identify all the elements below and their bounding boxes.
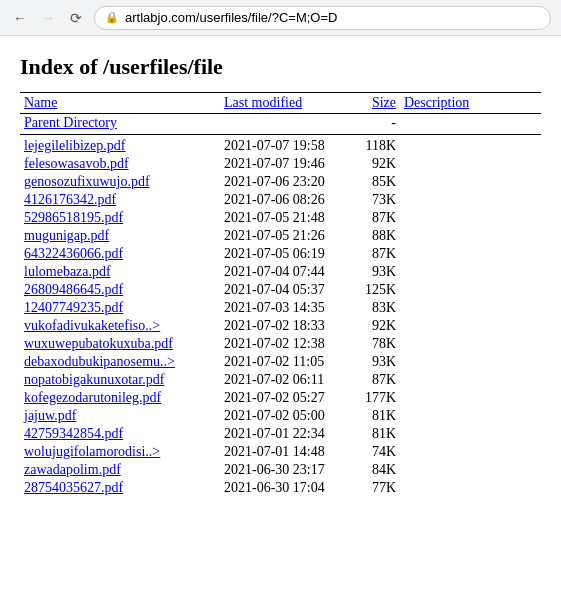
file-desc bbox=[400, 137, 541, 155]
table-row: 26809486645.pdf2021-07-04 05:37125K bbox=[20, 281, 541, 299]
file-modified: 2021-07-02 12:38 bbox=[220, 335, 350, 353]
back-button[interactable]: ← bbox=[10, 8, 30, 28]
file-link[interactable]: debaxodubukipanosemu..> bbox=[24, 354, 175, 369]
file-link[interactable]: felesowasavob.pdf bbox=[24, 156, 129, 171]
file-size: 73K bbox=[350, 191, 400, 209]
file-link[interactable]: 64322436066.pdf bbox=[24, 246, 123, 261]
file-link[interactable]: 28754035627.pdf bbox=[24, 480, 123, 495]
file-modified: 2021-07-04 07:44 bbox=[220, 263, 350, 281]
file-desc bbox=[400, 389, 541, 407]
file-modified: 2021-07-05 06:19 bbox=[220, 245, 350, 263]
table-row: mugunigap.pdf2021-07-05 21:2688K bbox=[20, 227, 541, 245]
file-size: 88K bbox=[350, 227, 400, 245]
file-modified: 2021-07-02 05:27 bbox=[220, 389, 350, 407]
table-row: vukofadivukaketefiso..>2021-07-02 18:339… bbox=[20, 317, 541, 335]
file-desc bbox=[400, 155, 541, 173]
file-link[interactable]: lulomebaza.pdf bbox=[24, 264, 111, 279]
file-size: 92K bbox=[350, 155, 400, 173]
file-link[interactable]: lejegilelibizep.pdf bbox=[24, 138, 125, 153]
file-modified: 2021-07-05 21:26 bbox=[220, 227, 350, 245]
file-link[interactable]: vukofadivukaketefiso..> bbox=[24, 318, 160, 333]
file-modified: 2021-06-30 17:04 bbox=[220, 479, 350, 497]
col-name-link[interactable]: Name bbox=[24, 95, 57, 110]
file-size: 81K bbox=[350, 407, 400, 425]
file-size: 78K bbox=[350, 335, 400, 353]
file-size: 81K bbox=[350, 425, 400, 443]
file-size: 93K bbox=[350, 353, 400, 371]
file-link[interactable]: genosozufixuwujo.pdf bbox=[24, 174, 150, 189]
file-desc bbox=[400, 479, 541, 497]
table-row: lulomebaza.pdf2021-07-04 07:4493K bbox=[20, 263, 541, 281]
table-row: wolujugifolamorodisi..>2021-07-01 14:487… bbox=[20, 443, 541, 461]
table-row: 64322436066.pdf2021-07-05 06:1987K bbox=[20, 245, 541, 263]
table-row: lejegilelibizep.pdf2021-07-07 19:58118K bbox=[20, 137, 541, 155]
url-text: artlabjo.com/userfiles/file/?C=M;O=D bbox=[125, 10, 337, 25]
table-row: genosozufixuwujo.pdf2021-07-06 23:2085K bbox=[20, 173, 541, 191]
file-link[interactable]: 26809486645.pdf bbox=[24, 282, 123, 297]
file-desc bbox=[400, 353, 541, 371]
file-size: 92K bbox=[350, 317, 400, 335]
file-desc bbox=[400, 407, 541, 425]
file-size: 85K bbox=[350, 173, 400, 191]
file-desc bbox=[400, 335, 541, 353]
file-modified: 2021-07-02 18:33 bbox=[220, 317, 350, 335]
col-size-link[interactable]: Size bbox=[372, 95, 396, 110]
table-row: Parent Directory- bbox=[20, 114, 541, 133]
file-modified: 2021-07-07 19:46 bbox=[220, 155, 350, 173]
file-modified: 2021-07-06 23:20 bbox=[220, 173, 350, 191]
file-link[interactable]: wuxuwepubatokuxuba.pdf bbox=[24, 336, 173, 351]
table-row: wuxuwepubatokuxuba.pdf2021-07-02 12:3878… bbox=[20, 335, 541, 353]
file-desc bbox=[400, 425, 541, 443]
file-modified bbox=[220, 114, 350, 133]
file-size: 118K bbox=[350, 137, 400, 155]
table-row: jajuw.pdf2021-07-02 05:0081K bbox=[20, 407, 541, 425]
file-link[interactable]: jajuw.pdf bbox=[24, 408, 76, 423]
file-link[interactable]: kofegezodarutonileg.pdf bbox=[24, 390, 161, 405]
file-modified: 2021-07-05 21:48 bbox=[220, 209, 350, 227]
file-desc bbox=[400, 317, 541, 335]
file-modified: 2021-07-04 05:37 bbox=[220, 281, 350, 299]
table-row: 28754035627.pdf2021-06-30 17:0477K bbox=[20, 479, 541, 497]
file-table: Name Last modified Size Description Pare… bbox=[20, 92, 541, 497]
file-link[interactable]: zawadapolim.pdf bbox=[24, 462, 121, 477]
forward-button[interactable]: → bbox=[38, 8, 58, 28]
col-desc-link[interactable]: Description bbox=[404, 95, 469, 110]
table-row: nopatobigakunuxotar.pdf2021-07-02 06:118… bbox=[20, 371, 541, 389]
file-modified: 2021-07-03 14:35 bbox=[220, 299, 350, 317]
file-link[interactable]: 42759342854.pdf bbox=[24, 426, 123, 441]
file-modified: 2021-07-02 11:05 bbox=[220, 353, 350, 371]
table-row: 12407749235.pdf2021-07-03 14:3583K bbox=[20, 299, 541, 317]
file-link[interactable]: mugunigap.pdf bbox=[24, 228, 109, 243]
file-desc bbox=[400, 461, 541, 479]
table-row: zawadapolim.pdf2021-06-30 23:1784K bbox=[20, 461, 541, 479]
file-desc bbox=[400, 443, 541, 461]
reload-button[interactable]: ⟳ bbox=[66, 8, 86, 28]
file-link[interactable]: 12407749235.pdf bbox=[24, 300, 123, 315]
file-link[interactable]: nopatobigakunuxotar.pdf bbox=[24, 372, 164, 387]
table-row: debaxodubukipanosemu..>2021-07-02 11:059… bbox=[20, 353, 541, 371]
file-modified: 2021-06-30 23:17 bbox=[220, 461, 350, 479]
file-size: 84K bbox=[350, 461, 400, 479]
table-row: kofegezodarutonileg.pdf2021-07-02 05:271… bbox=[20, 389, 541, 407]
file-link[interactable]: Parent Directory bbox=[24, 115, 117, 130]
file-modified: 2021-07-07 19:58 bbox=[220, 137, 350, 155]
file-modified: 2021-07-02 06:11 bbox=[220, 371, 350, 389]
file-link[interactable]: wolujugifolamorodisi..> bbox=[24, 444, 160, 459]
file-desc bbox=[400, 191, 541, 209]
table-row: 4126176342.pdf2021-07-06 08:2673K bbox=[20, 191, 541, 209]
file-modified: 2021-07-01 14:48 bbox=[220, 443, 350, 461]
file-modified: 2021-07-06 08:26 bbox=[220, 191, 350, 209]
file-size: - bbox=[350, 114, 400, 133]
address-bar[interactable]: 🔒 artlabjo.com/userfiles/file/?C=M;O=D bbox=[94, 6, 551, 30]
col-modified-link[interactable]: Last modified bbox=[224, 95, 302, 110]
file-link[interactable]: 52986518195.pdf bbox=[24, 210, 123, 225]
page-content: Index of /userfiles/file Name Last modif… bbox=[0, 36, 561, 517]
file-desc bbox=[400, 209, 541, 227]
file-desc bbox=[400, 114, 541, 133]
table-row: 42759342854.pdf2021-07-01 22:3481K bbox=[20, 425, 541, 443]
file-size: 125K bbox=[350, 281, 400, 299]
file-link[interactable]: 4126176342.pdf bbox=[24, 192, 116, 207]
file-size: 87K bbox=[350, 371, 400, 389]
browser-chrome: ← → ⟳ 🔒 artlabjo.com/userfiles/file/?C=M… bbox=[0, 0, 561, 36]
file-size: 87K bbox=[350, 209, 400, 227]
